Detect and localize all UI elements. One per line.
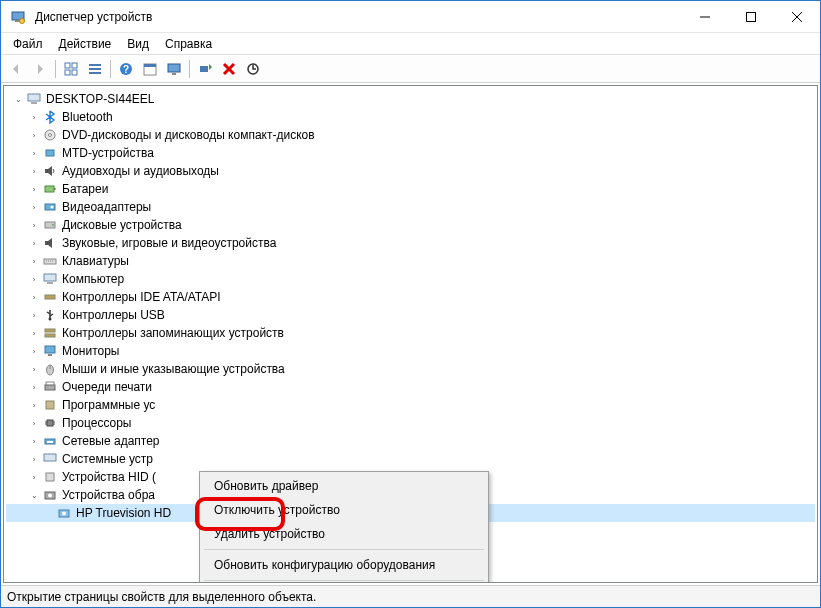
svg-rect-50 [46, 401, 54, 409]
tree-label: Видеоадаптеры [62, 200, 151, 214]
cpu-icon [42, 415, 58, 431]
calendar-button[interactable] [139, 58, 161, 80]
svg-rect-7 [65, 63, 70, 68]
tree-item-sound[interactable]: ›Звуковые, игровые и видеоустройства [6, 234, 815, 252]
tree-item-mtd[interactable]: ›MTD-устройства [6, 144, 815, 162]
expand-icon[interactable]: › [28, 219, 40, 231]
svg-point-27 [49, 134, 52, 137]
expand-icon[interactable]: › [28, 435, 40, 447]
expand-icon[interactable]: › [28, 363, 40, 375]
tree-label: Системные устр [62, 452, 153, 466]
device-tree-container[interactable]: ⌄ DESKTOP-SI44EEL ›Bluetooth ›DVD-дисков… [3, 85, 818, 583]
gpu-icon [42, 199, 58, 215]
pc-icon [42, 271, 58, 287]
expand-icon[interactable]: › [28, 417, 40, 429]
device-manager-window: Диспетчер устройств Файл Действие Вид Сп… [0, 0, 821, 608]
expand-icon[interactable]: › [28, 453, 40, 465]
ctx-update-driver[interactable]: Обновить драйвер [202, 474, 486, 498]
expand-icon[interactable]: › [28, 111, 40, 123]
tree-label: Устройства обра [62, 488, 155, 502]
update-driver-button[interactable] [242, 58, 264, 80]
svg-rect-45 [48, 354, 52, 356]
ctx-disable-device[interactable]: Отключить устройство [202, 498, 486, 522]
monitor-button[interactable] [163, 58, 185, 80]
expand-icon[interactable]: › [28, 129, 40, 141]
tree-root[interactable]: ⌄ DESKTOP-SI44EEL [6, 90, 815, 108]
svg-rect-51 [47, 420, 53, 426]
expand-icon[interactable]: › [28, 345, 40, 357]
expand-icon[interactable]: › [28, 255, 40, 267]
back-button [5, 58, 27, 80]
tree-item-system[interactable]: ›Системные устр [6, 450, 815, 468]
expand-icon[interactable]: › [28, 399, 40, 411]
tree-item-mice[interactable]: ›Мыши и иные указывающие устройства [6, 360, 815, 378]
expand-icon[interactable]: › [28, 327, 40, 339]
network-icon [42, 433, 58, 449]
tree-item-storage[interactable]: ›Контроллеры запоминающих устройств [6, 324, 815, 342]
usb-icon [42, 307, 58, 323]
tree-item-disk[interactable]: ›Дисковые устройства [6, 216, 815, 234]
expand-icon[interactable]: › [28, 291, 40, 303]
minimize-button[interactable] [682, 1, 728, 33]
tree-item-audio-io[interactable]: ›Аудиовходы и аудиовыходы [6, 162, 815, 180]
expand-icon[interactable]: › [28, 183, 40, 195]
tree-label: Контроллеры USB [62, 308, 165, 322]
menu-action[interactable]: Действие [51, 35, 120, 53]
expand-icon[interactable]: › [28, 309, 40, 321]
tree-item-network[interactable]: ›Сетевые адаптер [6, 432, 815, 450]
tree-item-display[interactable]: ›Видеоадаптеры [6, 198, 815, 216]
expand-icon[interactable]: › [28, 201, 40, 213]
tree-item-computer[interactable]: ›Компьютер [6, 270, 815, 288]
chip-icon [42, 145, 58, 161]
tree-label: Сетевые адаптер [62, 434, 160, 448]
sound-icon [42, 235, 58, 251]
device-list-button[interactable] [84, 58, 106, 80]
tree-item-usb[interactable]: ›Контроллеры USB [6, 306, 815, 324]
menu-view[interactable]: Вид [119, 35, 157, 53]
titlebar[interactable]: Диспетчер устройств [1, 1, 820, 33]
help-button[interactable]: ? [115, 58, 137, 80]
expand-icon[interactable]: › [28, 147, 40, 159]
tree-item-dvd[interactable]: ›DVD-дисководы и дисководы компакт-диско… [6, 126, 815, 144]
mouse-icon [42, 361, 58, 377]
show-all-button[interactable] [60, 58, 82, 80]
tree-item-software[interactable]: ›Программные ус [6, 396, 815, 414]
tree-label: Устройства HID ( [62, 470, 156, 484]
tree-item-batteries[interactable]: ›Батареи [6, 180, 815, 198]
uninstall-button[interactable] [218, 58, 240, 80]
expand-icon[interactable]: › [28, 237, 40, 249]
collapse-icon[interactable]: ⌄ [28, 489, 40, 501]
tree-label: Мыши и иные указывающие устройства [62, 362, 285, 376]
expand-icon[interactable]: › [28, 471, 40, 483]
tree-label: Звуковые, игровые и видеоустройства [62, 236, 276, 250]
expand-icon[interactable]: › [28, 273, 40, 285]
svg-point-61 [48, 494, 52, 498]
maximize-button[interactable] [728, 1, 774, 33]
ctx-scan-hardware[interactable]: Обновить конфигурацию оборудования [202, 553, 486, 577]
expand-icon[interactable]: › [28, 381, 40, 393]
svg-rect-58 [44, 454, 56, 461]
device-tree: ⌄ DESKTOP-SI44EEL ›Bluetooth ›DVD-дисков… [4, 86, 817, 526]
svg-rect-28 [46, 150, 54, 156]
svg-rect-37 [44, 274, 56, 281]
expand-icon[interactable]: › [28, 165, 40, 177]
tree-item-keyboards[interactable]: ›Клавиатуры [6, 252, 815, 270]
tree-label: Процессоры [62, 416, 132, 430]
scan-hardware-button[interactable] [194, 58, 216, 80]
computer-icon [26, 91, 42, 107]
tree-item-monitors[interactable]: ›Мониторы [6, 342, 815, 360]
tree-item-processors[interactable]: ›Процессоры [6, 414, 815, 432]
svg-rect-11 [89, 64, 101, 66]
tree-label: Программные ус [62, 398, 155, 412]
close-button[interactable] [774, 1, 820, 33]
tree-item-print-queues[interactable]: ›Очереди печати [6, 378, 815, 396]
tree-item-bluetooth[interactable]: ›Bluetooth [6, 108, 815, 126]
tree-label: Bluetooth [62, 110, 113, 124]
tree-item-ide[interactable]: ›Контроллеры IDE ATA/ATAPI [6, 288, 815, 306]
menu-help[interactable]: Справка [157, 35, 220, 53]
menu-file[interactable]: Файл [5, 35, 51, 53]
collapse-icon[interactable]: ⌄ [12, 93, 24, 105]
svg-rect-25 [31, 102, 37, 104]
app-icon [9, 8, 27, 26]
ctx-uninstall-device[interactable]: Удалить устройство [202, 522, 486, 546]
